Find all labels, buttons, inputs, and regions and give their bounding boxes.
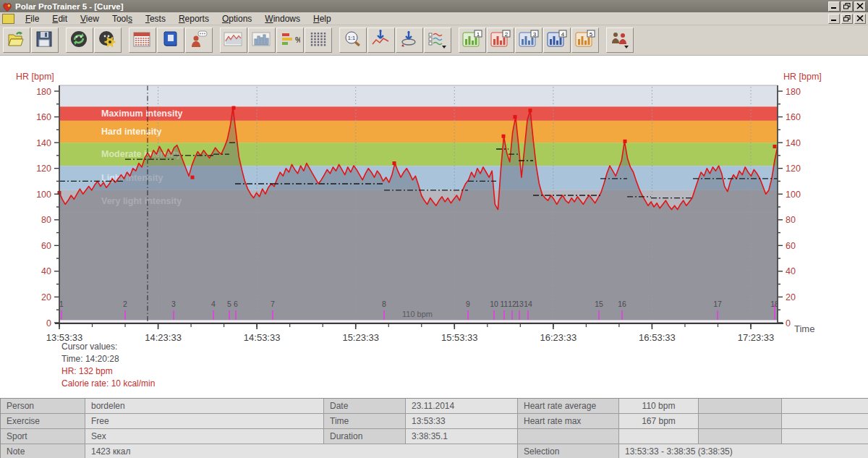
menu-reports[interactable]: Reports: [172, 13, 216, 25]
hr-marker: [191, 176, 195, 179]
compare-persons-icon: [610, 30, 630, 51]
toolbar-scale-arrow-button[interactable]: [367, 27, 395, 53]
toolbar-curve-select-button[interactable]: [424, 27, 451, 53]
cursor-calorie-rate: Calorie rate: 10 kcal/min: [61, 378, 155, 390]
table-value-cell: [619, 429, 699, 444]
table-value-cell: 13:53:33: [406, 414, 518, 429]
svg-text:4: 4: [561, 30, 565, 37]
table-value-cell: 110 bpm: [619, 399, 699, 414]
toolbar-scale-rotate-button[interactable]: [396, 27, 423, 53]
table-label-cell: [699, 399, 782, 414]
toolbar-group: [129, 27, 213, 53]
table-label-cell: Heart rate average: [518, 399, 619, 414]
y-tick-label: 140: [786, 138, 801, 148]
y-axis-title-right: HR [bpm]: [783, 72, 822, 82]
toolbar-curve-view-button[interactable]: [220, 27, 247, 53]
toolbar-percent-view-button[interactable]: %: [276, 27, 304, 53]
toolbar-calendar-button[interactable]: [129, 27, 156, 53]
menu-bar: FileEditViewToolsTestsReportsOptionsWind…: [0, 12, 868, 25]
mdi-restore-button[interactable]: [841, 14, 853, 24]
window-controls: [828, 1, 866, 12]
table-label-cell: Sport: [1, 429, 85, 444]
zone-band: [59, 121, 778, 143]
y-tick-label: 60: [41, 241, 51, 251]
chart-3-icon: 3: [519, 30, 539, 51]
scale-rotate-icon: [399, 30, 420, 51]
toolbar-grid-view-button[interactable]: [305, 27, 332, 53]
y-tick-label: 40: [786, 266, 796, 276]
menu-tests[interactable]: Tests: [139, 13, 172, 25]
minimize-button[interactable]: [828, 1, 840, 12]
toolbar-chart-5-button[interactable]: 5: [571, 27, 599, 53]
app-window: Polar ProTrainer 5 - [Curve] FileEditVie…: [0, 0, 868, 458]
svg-text:2: 2: [505, 30, 509, 37]
cursor-time: Time: 14:20:28: [61, 353, 155, 365]
table-label-cell: [518, 429, 619, 444]
toolbar-chart-4-button[interactable]: 4: [543, 27, 571, 53]
person-icon: [189, 30, 209, 51]
table-label-cell: Note: [1, 444, 85, 458]
chart-1-icon: 1: [462, 30, 482, 51]
table-value-cell: bordelen: [85, 399, 324, 414]
table-label-cell: [699, 429, 782, 444]
toolbar-chart-3-button[interactable]: 3: [515, 27, 542, 53]
y-tick-label: 20: [41, 292, 51, 302]
menu-windows[interactable]: Windows: [258, 13, 307, 25]
cursor-values-title: Cursor values:: [61, 341, 155, 353]
y-tick-label: 160: [36, 112, 51, 122]
title-bar: Polar ProTrainer 5 - [Curve]: [0, 0, 868, 12]
toolbar-chart-1-button[interactable]: 1: [459, 27, 486, 53]
lap-number: 8: [382, 300, 386, 308]
toolbar-save-button[interactable]: [31, 27, 59, 53]
menu-file[interactable]: File: [19, 13, 46, 25]
toolbar-person-button[interactable]: [185, 27, 213, 53]
transfer-icon: [69, 30, 90, 51]
toolbar-bar-view-button[interactable]: [248, 27, 276, 53]
toolbar-diary-button[interactable]: [157, 27, 184, 53]
menu-options[interactable]: Options: [216, 13, 258, 25]
x-tick-label: 14:53:33: [244, 332, 281, 343]
hr-marker: [514, 115, 517, 119]
table-value-cell: Sex: [85, 429, 324, 444]
hr-marker: [773, 145, 777, 148]
scale-arrow-icon: [371, 30, 391, 51]
lap-number: 11: [501, 300, 509, 308]
toolbar-transfer-settings-button[interactable]: [94, 27, 122, 53]
menu-edit[interactable]: Edit: [46, 13, 74, 25]
toolbar-group: %: [220, 27, 333, 53]
mdi-close-button[interactable]: [854, 14, 866, 24]
table-label-cell: Heart rate max: [518, 414, 619, 429]
transfer-settings-icon: [98, 30, 118, 51]
lap-number: 6: [234, 300, 238, 308]
curve-view-icon: [224, 30, 244, 51]
app-logo-icon: [2, 1, 12, 11]
y-tick-label: 40: [41, 266, 51, 276]
restore-button[interactable]: [841, 1, 853, 12]
toolbar-chart-2-button[interactable]: 2: [487, 27, 514, 53]
menu-help[interactable]: Help: [307, 13, 338, 25]
curve-select-icon: [427, 30, 448, 51]
toolbar-group: 1:1: [339, 27, 452, 53]
lap-number: 10: [490, 300, 498, 308]
svg-text:5: 5: [590, 30, 593, 37]
menu-tools[interactable]: Tools: [106, 13, 139, 25]
close-button[interactable]: [854, 1, 866, 12]
lap-number: 4: [211, 300, 216, 308]
table-value-cell: [782, 414, 868, 429]
menu-view[interactable]: View: [74, 13, 106, 25]
svg-text:3: 3: [533, 30, 537, 37]
toolbar-compare-persons-button[interactable]: [606, 27, 634, 53]
toolbar-zoom-one-to-one-button[interactable]: 1:1: [339, 27, 367, 53]
table-value-cell: 167 bpm: [619, 414, 699, 429]
mdi-window-controls: [828, 14, 866, 24]
toolbar-transfer-button[interactable]: [66, 27, 93, 53]
x-tick-label: 16:23:33: [540, 332, 577, 343]
toolbar-open-file-button[interactable]: [3, 27, 30, 53]
chart-area: Maximum intensityHard intensityModerate …: [0, 56, 868, 398]
chart-2-icon: 2: [490, 30, 511, 51]
toolbar-group: [606, 27, 634, 53]
x-tick-label: 15:23:33: [342, 332, 379, 343]
chart-4-icon: 4: [547, 30, 567, 51]
mdi-minimize-button[interactable]: [828, 14, 840, 24]
y-tick-label: 100: [36, 190, 51, 200]
